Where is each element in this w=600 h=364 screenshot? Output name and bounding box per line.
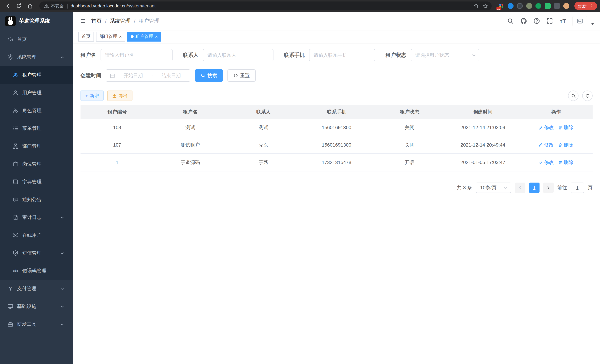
sidebar-item-post[interactable]: 岗位管理	[0, 155, 73, 173]
next-page-button[interactable]	[543, 183, 554, 193]
contact-input[interactable]	[203, 49, 273, 61]
tags-view: 首页 部门管理 × 租户管理 ×	[73, 30, 600, 43]
tenant-table: 租户编号 租户名 联系人 联系手机 租户状态 创建时间 操作 108 测试 测试…	[81, 105, 593, 171]
home-icon[interactable]	[25, 1, 35, 11]
delete-link[interactable]: 删除	[558, 136, 573, 154]
address-bar[interactable]: 不安全 dashboard.yudao.iocoder.cn/system/te…	[39, 1, 492, 10]
fullscreen-icon[interactable]	[547, 18, 553, 24]
extension-icon-6[interactable]	[545, 3, 551, 9]
sidebar-item-dev-tools[interactable]: 研发工具	[0, 315, 73, 333]
extensions-puzzle-icon[interactable]	[554, 3, 560, 9]
sidebar-item-notice[interactable]: 通知公告	[0, 191, 73, 208]
date-range-picker[interactable]: 开始日期 - 结束日期	[106, 69, 190, 82]
sidebar-item-dept[interactable]: 部门管理	[0, 137, 73, 155]
search-button[interactable]: 搜索	[195, 69, 223, 82]
sidebar-item-tenant[interactable]: 租户管理	[0, 66, 73, 84]
sidebar-item-audit-log[interactable]: 审计日志	[0, 208, 73, 226]
phone-input[interactable]	[309, 49, 375, 61]
status-select[interactable]: 请选择租户状态	[411, 49, 479, 61]
goto-page-input[interactable]	[571, 183, 584, 193]
extension-icon-3[interactable]	[517, 3, 523, 9]
search-icon	[571, 93, 576, 98]
col-phone: 联系手机	[300, 105, 373, 119]
close-icon[interactable]: ×	[119, 34, 122, 39]
sidebar-item-home[interactable]: 首页	[0, 30, 73, 48]
url-text: dashboard.yudao.iocoder.cn/system/tenant	[71, 3, 156, 9]
cell-phone: 15601691300	[300, 136, 373, 154]
sidebar-item-menu[interactable]: 菜单管理	[0, 120, 73, 137]
table-header-row: 租户编号 租户名 联系人 联系手机 租户状态 创建时间 操作	[81, 105, 593, 119]
sidebar-item-online-user[interactable]: 在线用户	[0, 226, 73, 244]
delete-link[interactable]: 删除	[558, 119, 573, 136]
sidebar-item-label: 基础设施	[17, 303, 36, 310]
sidebar-item-label: 错误码管理	[22, 268, 46, 274]
security-indicator[interactable]: 不安全	[44, 3, 64, 9]
export-button-label: 导出	[119, 93, 128, 99]
breadcrumb-current: 租户管理	[139, 18, 159, 24]
browser-menu-icon[interactable]: ⋮	[589, 3, 594, 9]
reset-button[interactable]: 重置	[227, 69, 256, 82]
briefcase-icon	[13, 161, 19, 167]
caret-down-icon[interactable]	[591, 23, 594, 25]
delete-link[interactable]: 删除	[558, 154, 573, 171]
search-toggle-button[interactable]	[568, 91, 579, 101]
close-icon[interactable]: ×	[155, 34, 158, 39]
breadcrumb-home[interactable]: 首页	[91, 18, 102, 24]
extension-badge: 10	[497, 7, 501, 10]
extension-icon-4[interactable]	[526, 3, 532, 9]
extension-icon-5[interactable]	[535, 3, 541, 9]
export-button[interactable]: 导出	[107, 91, 132, 101]
extension-icon-1[interactable]: 10	[498, 3, 504, 9]
sidebar-item-sms[interactable]: 短信管理	[0, 244, 73, 262]
message-icon	[13, 197, 19, 203]
sidebar-item-system[interactable]: 系统管理	[0, 48, 73, 66]
page-number-1[interactable]: 1	[529, 183, 540, 193]
reload-icon[interactable]	[14, 1, 24, 11]
gear-icon	[7, 54, 13, 60]
share-icon[interactable]	[473, 3, 479, 9]
sidebar-item-dict[interactable]: 字典管理	[0, 173, 73, 191]
tag-tenant[interactable]: 租户管理 ×	[127, 32, 161, 41]
screen: 不安全 dashboard.yudao.iocoder.cn/system/te…	[0, 0, 600, 364]
delete-label: 删除	[564, 136, 573, 154]
chevron-down-icon	[472, 53, 476, 57]
refresh-table-button[interactable]	[582, 91, 593, 101]
edit-link[interactable]: 修改	[539, 119, 554, 136]
hamburger-icon[interactable]	[79, 18, 85, 24]
chevron-down-icon	[60, 322, 68, 326]
trash-icon	[558, 143, 563, 147]
profile-avatar-icon[interactable]	[563, 3, 569, 9]
prev-page-button[interactable]	[515, 183, 525, 193]
sidebar-item-role[interactable]: 角色管理	[0, 102, 73, 120]
edit-link[interactable]: 修改	[539, 154, 554, 171]
sidebar-logo[interactable]: 芋道管理系统	[0, 12, 73, 30]
page-size-select[interactable]: 10条/页	[476, 183, 511, 193]
extension-icon-2[interactable]	[508, 3, 514, 9]
header-search-icon[interactable]	[507, 18, 514, 24]
cell-id: 1	[81, 154, 154, 171]
col-created: 创建时间	[446, 105, 519, 119]
font-size-icon[interactable]: тT	[560, 18, 566, 24]
page-content: 租户名 联系人 联系手机 租户状态 请选择租户状态	[73, 43, 600, 364]
sidebar-item-pay[interactable]: ¥ 支付管理	[0, 280, 73, 298]
edit-label: 修改	[544, 154, 554, 171]
tag-home[interactable]: 首页	[78, 32, 94, 41]
tenant-name-input[interactable]	[101, 49, 173, 61]
user-avatar[interactable]	[572, 16, 587, 26]
github-icon[interactable]	[520, 18, 527, 24]
browser-update-button[interactable]: 更新 ⋮	[574, 2, 597, 10]
back-icon[interactable]	[3, 1, 13, 11]
tag-dept[interactable]: 部门管理 ×	[96, 32, 125, 41]
omnibox-divider	[67, 3, 67, 8]
sidebar-item-label: 系统管理	[17, 54, 36, 60]
help-icon[interactable]	[534, 18, 540, 24]
sidebar-item-error-code[interactable]: </> 错误码管理	[0, 262, 73, 280]
add-button[interactable]: + 新增	[81, 91, 103, 101]
edit-link[interactable]: 修改	[539, 136, 554, 154]
bookmark-star-icon[interactable]	[482, 3, 488, 9]
sidebar-item-user[interactable]: 用户管理	[0, 84, 73, 102]
chevron-up-icon	[60, 55, 68, 59]
sidebar-item-infra[interactable]: 基础设施	[0, 298, 73, 315]
sidebar-item-label: 在线用户	[22, 232, 42, 239]
breadcrumb-system[interactable]: 系统管理	[110, 18, 131, 24]
